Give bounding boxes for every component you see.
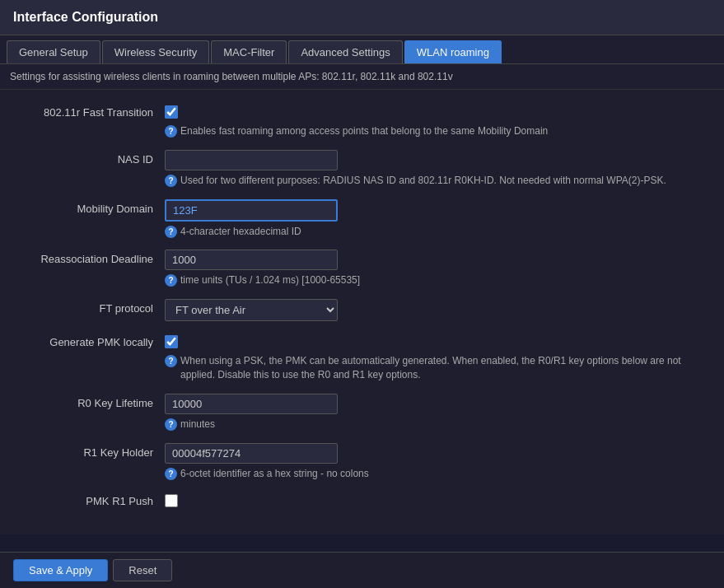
mobility-domain-control: ? 4-character hexadecimal ID [165, 199, 708, 239]
page-title: Interface Configuration [13, 10, 711, 25]
ft-protocol-label: FT protocol [16, 299, 165, 315]
tabs-bar: General Setup Wireless Security MAC-Filt… [0, 35, 724, 64]
nas-id-input[interactable] [165, 150, 338, 170]
nas-id-row: NAS ID ? Used for two different purposes… [16, 150, 708, 188]
generate-pmk-row: Generate PMK locally ? When using a PSK,… [16, 333, 708, 382]
ft-protocol-row: FT protocol FT over the Air FT over the … [16, 299, 708, 321]
generate-pmk-help-icon: ? [165, 355, 177, 367]
reassociation-deadline-label: Reassociation Deadline [16, 250, 165, 265]
generate-pmk-control: ? When using a PSK, the PMK can be autom… [165, 333, 708, 382]
reassociation-deadline-help-text: time units (TUs / 1.024 ms) [1000-65535] [180, 273, 360, 287]
r1-key-holder-input[interactable] [165, 443, 338, 464]
pmk-r1-push-label: PMK R1 Push [16, 492, 165, 507]
main-content: 802.11r Fast Transition ? Enables fast r… [0, 90, 724, 534]
r1-key-holder-control: ? 6-octet identifier as a hex string - n… [165, 443, 708, 481]
mobility-domain-row: Mobility Domain ? 4-character hexadecima… [16, 199, 708, 239]
reset-button[interactable]: Reset [113, 559, 172, 581]
ft-protocol-select[interactable]: FT over the Air FT over the DS [165, 299, 338, 321]
generate-pmk-checkbox[interactable] [165, 335, 178, 348]
r0-key-lifetime-row: R0 Key Lifetime ? minutes [16, 394, 708, 432]
r0-key-lifetime-input[interactable] [165, 394, 338, 414]
r0-key-lifetime-help-icon: ? [165, 418, 177, 431]
fast-transition-control: ? Enables fast roaming among access poin… [165, 103, 708, 138]
pmk-r1-push-row: PMK R1 Push [16, 492, 708, 510]
r1-key-holder-help-icon: ? [165, 468, 177, 480]
tab-general-setup[interactable]: General Setup [7, 40, 100, 63]
fast-transition-help-text: Enables fast roaming among access points… [180, 124, 548, 138]
r1-key-holder-label: R1 Key Holder [16, 443, 165, 459]
nas-id-help-text: Used for two different purposes: RADIUS … [180, 174, 666, 188]
nas-id-label: NAS ID [16, 150, 165, 166]
mobility-domain-input[interactable] [165, 199, 338, 222]
nas-id-control: ? Used for two different purposes: RADIU… [165, 150, 708, 188]
r0-key-lifetime-label: R0 Key Lifetime [16, 394, 165, 409]
tab-wireless-security[interactable]: Wireless Security [102, 40, 209, 63]
mobility-domain-label: Mobility Domain [16, 199, 165, 215]
generate-pmk-help-text: When using a PSK, the PMK can be automat… [180, 354, 708, 382]
generate-pmk-label: Generate PMK locally [16, 333, 165, 348]
r1-key-holder-row: R1 Key Holder ? 6-octet identifier as a … [16, 443, 708, 481]
mobility-domain-help-icon: ? [165, 226, 177, 238]
r0-key-lifetime-help-text: minutes [180, 418, 215, 432]
pmk-r1-push-checkbox[interactable] [165, 494, 178, 507]
r0-key-lifetime-control: ? minutes [165, 394, 708, 432]
tab-mac-filter[interactable]: MAC-Filter [211, 40, 287, 63]
fast-transition-row: 802.11r Fast Transition ? Enables fast r… [16, 103, 708, 138]
bottom-bar: Save & Apply Reset [0, 552, 724, 588]
reassociation-deadline-control: ? time units (TUs / 1.024 ms) [1000-6553… [165, 250, 708, 287]
pmk-r1-push-control [165, 492, 708, 510]
tab-wlan-roaming[interactable]: WLAN roaming [404, 40, 502, 63]
save-button[interactable]: Save & Apply [13, 559, 108, 581]
ft-protocol-control: FT over the Air FT over the DS [165, 299, 708, 321]
r1-key-holder-help-text: 6-octet identifier as a hex string - no … [180, 467, 369, 481]
fast-transition-checkbox[interactable] [165, 105, 178, 119]
description: Settings for assisting wireless clients … [0, 64, 724, 90]
nas-id-help-icon: ? [165, 175, 177, 187]
reassociation-deadline-help-icon: ? [165, 274, 177, 287]
fast-transition-help-icon: ? [165, 125, 177, 138]
title-bar: Interface Configuration [0, 0, 724, 35]
mobility-domain-help-text: 4-character hexadecimal ID [180, 225, 301, 239]
tab-advanced-settings[interactable]: Advanced Settings [288, 40, 402, 63]
reassociation-deadline-input[interactable] [165, 250, 338, 270]
reassociation-deadline-row: Reassociation Deadline ? time units (TUs… [16, 250, 708, 287]
fast-transition-label: 802.11r Fast Transition [16, 103, 165, 119]
